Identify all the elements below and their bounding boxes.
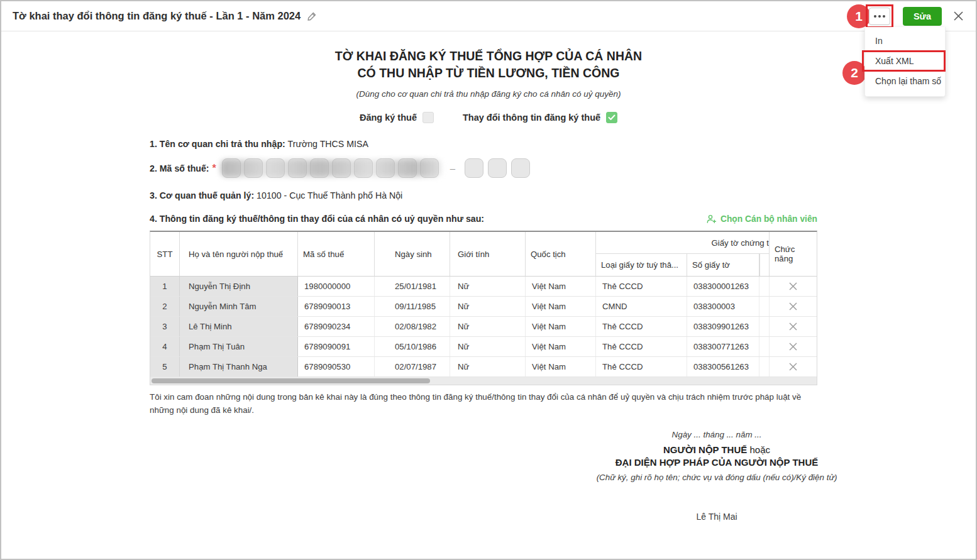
cell-name: Phạm Thị Thanh Nga bbox=[180, 357, 298, 376]
cell-stt: 1 bbox=[150, 277, 180, 296]
cell-sliver bbox=[759, 297, 769, 316]
cell-gender: Nữ bbox=[450, 357, 526, 376]
app-window: Tờ khai thay đổi thông tin đăng ký thuế … bbox=[0, 0, 977, 560]
col-stt: STT bbox=[150, 232, 180, 276]
cell-tax-code: 6789090013 bbox=[298, 297, 375, 316]
choose-staff-link[interactable]: Chọn Cán bộ nhân viên bbox=[707, 214, 817, 224]
close-icon[interactable] bbox=[952, 10, 964, 22]
cell-actions bbox=[769, 317, 817, 336]
tax-code-separator: – bbox=[450, 163, 455, 173]
cell-sliver bbox=[759, 337, 769, 356]
table-row: 4 Phạm Thị Tuân 6789090091 05/10/1986 Nữ… bbox=[150, 337, 817, 357]
cell-sliver bbox=[759, 277, 769, 296]
change-info-checkbox[interactable] bbox=[606, 112, 617, 123]
cell-actions bbox=[769, 357, 817, 376]
delete-row-icon[interactable] bbox=[788, 322, 798, 331]
delete-row-icon[interactable] bbox=[788, 282, 798, 291]
signature-note: (Chữ ký, ghi rõ họ tên; chức vụ và đóng … bbox=[550, 473, 883, 482]
cell-actions bbox=[769, 277, 817, 296]
cell-sliver bbox=[759, 357, 769, 376]
delete-row-icon[interactable] bbox=[788, 302, 798, 311]
cell-id-type: Thẻ CCCD bbox=[596, 317, 687, 336]
cell-gender: Nữ bbox=[450, 277, 526, 296]
cell-tax-code: 1980000000 bbox=[298, 277, 375, 296]
register-tax-option: Đăng ký thuế bbox=[360, 112, 434, 123]
cell-id-type: Thẻ CCCD bbox=[596, 357, 687, 376]
cell-stt: 5 bbox=[150, 357, 180, 376]
cell-stt: 3 bbox=[150, 317, 180, 336]
table-row: 5 Phạm Thị Thanh Nga 6789090530 02/07/19… bbox=[150, 357, 817, 377]
cell-stt: 4 bbox=[150, 337, 180, 356]
tax-code-suffix-boxes[interactable] bbox=[465, 158, 530, 178]
cell-nationality: Việt Nam bbox=[526, 357, 596, 376]
col-nationality: Quốc tịch bbox=[526, 232, 596, 276]
form-title: TỜ KHAI ĐĂNG KÝ THUẾ TỔNG HỢP CỦA CÁ NHÂ… bbox=[1, 48, 976, 81]
cell-actions bbox=[769, 337, 817, 356]
field-payer-name: 1. Tên cơ quan chi trả thu nhập: Trường … bbox=[150, 139, 817, 149]
cell-id-type: Thẻ CCCD bbox=[596, 337, 687, 356]
tax-code-boxes-redacted[interactable] bbox=[222, 158, 439, 178]
edit-button[interactable]: Sửa bbox=[903, 7, 942, 26]
cell-id-type: CMND bbox=[596, 297, 687, 316]
col-clipped-sliver bbox=[759, 254, 769, 276]
col-actions: Chức năng bbox=[769, 232, 817, 276]
scrollbar-thumb[interactable] bbox=[152, 378, 430, 383]
cell-name: Lê Thị Minh bbox=[180, 317, 298, 336]
callout-badge-2: 2 bbox=[842, 61, 866, 85]
page-title: Tờ khai thay đổi thông tin đăng ký thuế … bbox=[13, 10, 301, 22]
cell-nationality: Việt Nam bbox=[526, 317, 596, 336]
field-tax-authority: 3. Cơ quan thuế quản lý: 10100 - Cục Thu… bbox=[150, 190, 817, 200]
cell-id-type: Thẻ CCCD bbox=[596, 277, 687, 296]
declaration-type-row: Đăng ký thuế Thay đổi thông tin đăng ký … bbox=[1, 112, 976, 123]
col-name: Họ và tên người nộp thuế bbox=[180, 232, 298, 276]
col-gender: Giới tính bbox=[450, 232, 526, 276]
signer-name: Lê Thị Mai bbox=[550, 512, 883, 522]
form-subtitle: (Dùng cho cơ quan chi trả thu nhập đăng … bbox=[1, 89, 976, 99]
cell-gender: Nữ bbox=[450, 317, 526, 336]
actions-dropdown: In Xuất XML Chọn lại tham số bbox=[864, 27, 946, 97]
col-dob: Ngày sinh bbox=[375, 232, 450, 276]
horizontal-scrollbar[interactable] bbox=[150, 377, 817, 385]
cell-actions bbox=[769, 297, 817, 316]
field-tax-code: 2. Mã số thuế: * – bbox=[150, 158, 817, 178]
change-info-option: Thay đổi thông tin đăng ký thuế bbox=[463, 112, 617, 123]
required-asterisk: * bbox=[213, 163, 216, 174]
menu-item-reselect-params[interactable]: Chọn lại tham số bbox=[865, 71, 945, 91]
cell-dob: 02/08/1982 bbox=[375, 317, 450, 336]
col-tax-code: Mã số thuế bbox=[298, 232, 375, 276]
cell-name: Nguyễn Minh Tâm bbox=[180, 297, 298, 316]
taxpayer-table: STT Họ và tên người nộp thuế Mã số thuế … bbox=[150, 231, 817, 385]
signature-date-line: Ngày ... tháng ... năm ... bbox=[550, 430, 883, 439]
cell-id-number: 038309901263 bbox=[687, 317, 759, 336]
menu-item-export-xml[interactable]: Xuất XML bbox=[865, 51, 945, 71]
col-id-number: Số giấy tờ bbox=[687, 254, 759, 276]
edit-title-pencil-icon[interactable] bbox=[307, 11, 317, 21]
cell-dob: 02/07/1987 bbox=[375, 357, 450, 376]
cell-tax-code: 6789090091 bbox=[298, 337, 375, 356]
change-info-label: Thay đổi thông tin đăng ký thuế bbox=[463, 113, 600, 123]
delete-row-icon[interactable] bbox=[788, 362, 798, 371]
cell-gender: Nữ bbox=[450, 297, 526, 316]
cell-nationality: Việt Nam bbox=[526, 277, 596, 296]
cell-nationality: Việt Nam bbox=[526, 297, 596, 316]
more-button-highlight bbox=[866, 4, 893, 28]
table-header: STT Họ và tên người nộp thuế Mã số thuế … bbox=[150, 232, 817, 277]
section-4-label: 4. Thông tin đăng ký thuế/thông tin thay… bbox=[150, 214, 484, 224]
more-actions-button[interactable] bbox=[869, 8, 890, 25]
cell-dob: 25/01/1981 bbox=[375, 277, 450, 296]
register-tax-checkbox[interactable] bbox=[422, 112, 434, 123]
cell-id-number: 038300003 bbox=[687, 297, 759, 316]
delete-row-icon[interactable] bbox=[788, 342, 798, 351]
cell-name: Nguyễn Thị Định bbox=[180, 277, 298, 296]
col-id-type: Loại giấy tờ tuỳ thâ... bbox=[596, 254, 687, 276]
person-add-icon bbox=[707, 214, 717, 224]
signature-block: Ngày ... tháng ... năm ... NGƯỜI NỘP THU… bbox=[550, 430, 883, 522]
form-body: TỜ KHAI ĐĂNG KÝ THUẾ TỔNG HỢP CỦA CÁ NHÂ… bbox=[1, 48, 976, 522]
cell-gender: Nữ bbox=[450, 337, 526, 356]
register-tax-label: Đăng ký thuế bbox=[360, 113, 417, 123]
title-bar: Tờ khai thay đổi thông tin đăng ký thuế … bbox=[1, 1, 976, 31]
cell-nationality: Việt Nam bbox=[526, 337, 596, 356]
cell-tax-code: 6789090234 bbox=[298, 317, 375, 336]
menu-item-print[interactable]: In bbox=[865, 31, 945, 51]
cell-dob: 05/10/1986 bbox=[375, 337, 450, 356]
